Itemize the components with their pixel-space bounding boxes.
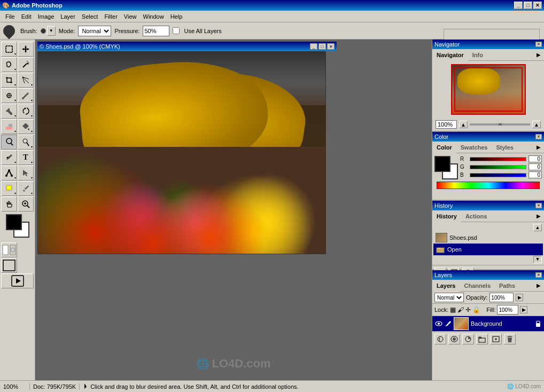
fill-input[interactable] <box>497 305 518 315</box>
b-slider[interactable] <box>470 173 526 177</box>
slice-tool[interactable]: ▾ <box>18 73 34 88</box>
menu-filter[interactable]: Filter <box>101 12 120 21</box>
layers-tab[interactable]: Layers <box>432 280 460 292</box>
navigator-panel-menu[interactable]: ▶ <box>534 51 543 59</box>
lock-pixels-button[interactable]: 🖌 <box>457 306 464 313</box>
history-close-button[interactable]: ✕ <box>535 203 542 208</box>
history-brush-tool[interactable]: ▾ <box>18 104 34 119</box>
lock-transparency-button[interactable]: ▦ <box>450 306 456 313</box>
notes-tool[interactable]: ▾ <box>1 181 17 196</box>
history-scroll-up[interactable]: ▲ <box>533 224 542 231</box>
fill-arrow[interactable]: ▶ <box>520 306 527 313</box>
magic-wand-tool[interactable] <box>18 57 34 72</box>
color-tab[interactable]: Color <box>432 142 456 153</box>
document-canvas[interactable] <box>37 51 326 254</box>
styles-tab[interactable]: Styles <box>492 142 517 153</box>
eyedropper-tool[interactable]: ▾ <box>18 181 34 196</box>
layer-item-background[interactable]: Background <box>432 316 544 331</box>
menu-layer[interactable]: Layer <box>57 12 79 21</box>
zoom-tool[interactable] <box>18 197 34 211</box>
menu-help[interactable]: Help <box>167 12 186 21</box>
paint-bucket-tool[interactable]: ▾ <box>18 119 34 134</box>
b-value[interactable]: 0 <box>529 171 542 178</box>
r-slider[interactable] <box>470 157 526 161</box>
use-all-layers-checkbox[interactable] <box>173 27 180 34</box>
zoom-input[interactable] <box>436 120 457 129</box>
maximize-button[interactable]: □ <box>524 2 532 9</box>
menu-file[interactable]: File <box>2 12 18 21</box>
move-tool[interactable] <box>18 42 34 57</box>
doc-maximize-button[interactable]: □ <box>318 43 326 50</box>
brush-tool[interactable]: ▾ <box>18 88 34 103</box>
g-slider[interactable] <box>470 165 526 169</box>
brush-dropdown[interactable]: ▼ <box>47 26 56 36</box>
color-spectrum[interactable] <box>437 182 540 189</box>
menu-window[interactable]: Window <box>140 12 167 21</box>
new-fill-layer-button[interactable] <box>462 334 474 344</box>
paths-tab[interactable]: Paths <box>495 280 519 292</box>
screen-mode-standard[interactable] <box>1 258 17 273</box>
info-tab[interactable]: Info <box>468 49 487 61</box>
path-selection-tool[interactable]: ▾ <box>1 166 17 181</box>
crop-tool[interactable]: ▾ <box>1 73 17 88</box>
color-panel-menu[interactable]: ▶ <box>534 143 543 152</box>
layer-blend-mode[interactable]: Normal <box>434 293 464 302</box>
actions-tab[interactable]: Actions <box>461 210 491 222</box>
zoom-in-button[interactable]: ▲ <box>532 121 541 128</box>
healing-brush-tool[interactable]: ▾ <box>1 88 17 103</box>
blur-tool[interactable] <box>1 135 17 150</box>
navigator-close-button[interactable]: ✕ <box>535 42 542 47</box>
delete-layer-button[interactable] <box>504 334 516 344</box>
history-panel-menu[interactable]: ▶ <box>534 212 543 221</box>
rectangular-marquee-tool[interactable]: ▾ <box>1 42 17 57</box>
mode-select[interactable]: Normal <box>78 26 111 36</box>
dodge-tool[interactable]: ▾ <box>18 135 34 150</box>
lasso-tool[interactable]: ▾ <box>1 57 17 72</box>
type-tool[interactable]: T ▾ <box>18 150 34 165</box>
minimize-button[interactable]: _ <box>514 2 523 9</box>
menu-image[interactable]: Image <box>35 12 58 21</box>
arrow-icon <box>83 383 88 390</box>
lock-all-button[interactable]: 🔒 <box>472 306 480 313</box>
zoom-out-button[interactable]: ▲ <box>459 121 468 128</box>
channels-tab[interactable]: Channels <box>460 280 495 292</box>
layer-style-button[interactable]: f <box>434 334 446 344</box>
pen-tool[interactable]: ▾ <box>1 150 17 165</box>
g-value[interactable]: 0 <box>529 163 542 170</box>
tool-row-2: ▾ <box>1 57 34 72</box>
layer-visibility-button[interactable] <box>434 319 443 328</box>
quick-mask-mode[interactable] <box>1 242 17 257</box>
doc-minimize-button[interactable]: _ <box>310 43 317 50</box>
menu-edit[interactable]: Edit <box>18 12 35 21</box>
jump-to-imageready[interactable] <box>1 273 34 288</box>
zoom-slider[interactable] <box>470 123 530 126</box>
foreground-color-swatch[interactable] <box>6 214 22 230</box>
history-tab[interactable]: History <box>432 210 461 222</box>
clone-stamp-tool[interactable]: ▾ <box>1 104 17 119</box>
layer-mask-button[interactable] <box>448 334 460 344</box>
doc-close-button[interactable]: ✕ <box>327 43 335 50</box>
history-scroll-down[interactable]: ▲ <box>533 256 542 263</box>
r-value[interactable]: 0 <box>529 155 542 162</box>
new-layer-button[interactable] <box>490 334 502 344</box>
hand-tool[interactable] <box>1 197 17 211</box>
history-item-open[interactable]: Open <box>433 244 543 255</box>
brush-picker[interactable]: ▼ <box>41 26 56 36</box>
direct-selection-tool[interactable]: ▾ <box>18 166 34 181</box>
history-item-shoespsd[interactable]: Shoes.psd <box>433 232 543 244</box>
new-layer-group-button[interactable] <box>476 334 488 344</box>
swatches-tab[interactable]: Swatches <box>456 142 492 153</box>
layers-close-button[interactable]: ✕ <box>535 272 542 278</box>
eraser-tool[interactable]: ▾ <box>1 119 17 134</box>
navigator-tab[interactable]: Navigator <box>432 49 468 61</box>
lock-position-button[interactable]: ✛ <box>465 306 471 313</box>
menu-select[interactable]: Select <box>79 12 102 21</box>
close-button[interactable]: ✕ <box>533 2 542 9</box>
opacity-input[interactable] <box>489 293 514 302</box>
opacity-arrow[interactable]: ▶ <box>516 294 523 301</box>
menu-view[interactable]: View <box>121 12 140 21</box>
color-close-button[interactable]: ✕ <box>535 134 542 139</box>
layers-panel-menu[interactable]: ▶ <box>534 281 543 290</box>
pressure-input[interactable] <box>143 26 169 36</box>
fg-color-box[interactable] <box>434 156 450 172</box>
